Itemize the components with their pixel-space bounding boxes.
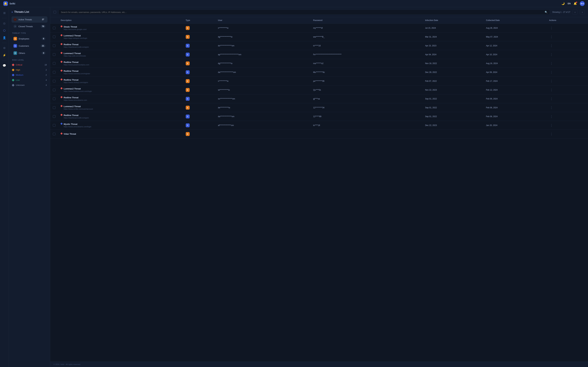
row-actions-button[interactable]: ⋮ <box>549 97 554 101</box>
avatar[interactable]: N A <box>580 1 585 6</box>
row-type-cell: E <box>183 77 216 85</box>
threat-type-badge: C <box>186 44 190 48</box>
risk-medium[interactable]: Medium 2 <box>11 72 47 77</box>
row-collected-date-cell: Feb 17, 2024 <box>483 77 546 85</box>
row-checkbox[interactable] <box>53 53 55 56</box>
sidebar-item-settings[interactable]: ⚙ <box>1 45 8 51</box>
threat-name: Redline Threat <box>64 96 87 99</box>
col-actions: Actions <box>546 17 588 24</box>
row-actions-button[interactable]: ⋮ <box>549 52 554 57</box>
row-checkbox-cell <box>50 130 58 138</box>
next-page-button[interactable]: › <box>580 10 585 15</box>
search-input[interactable] <box>61 11 543 13</box>
row-password-cell: Qu****0s <box>311 85 423 94</box>
risk-low[interactable]: Low 4 <box>11 77 47 83</box>
risk-high[interactable]: High 2 <box>11 67 47 72</box>
row-collected-date-cell: Apr 09, 2024 <box>483 68 546 77</box>
active-threats-filter[interactable]: ! Active Threats 27 <box>11 17 47 23</box>
main-content: 🔍 Showing 1 - 27 of 27 ‹ › Description T… <box>50 7 588 367</box>
row-infection-date-cell: Dec 28, 2022 <box>423 68 483 77</box>
row-actions-button[interactable]: ⋮ <box>549 114 554 119</box>
row-actions-button[interactable]: ⋮ <box>549 79 554 83</box>
row-actions-button[interactable]: ⋮ <box>549 61 554 66</box>
threat-name: Lummac2 Threat <box>64 87 92 90</box>
row-checkbox-cell <box>50 77 58 85</box>
row-description-cell: Vidar Threat <box>58 130 183 138</box>
table-row: Redline Threat https://www.nominia.com/r… <box>50 68 588 77</box>
filter-customers[interactable]: C Customers 21 <box>11 43 47 49</box>
threat-url: https://www.bankaccount.com/login <box>64 90 92 92</box>
employees-label: Employees <box>19 38 40 40</box>
row-checkbox[interactable] <box>53 124 55 127</box>
table-row: Redline Threat https://dashboard.selki.i… <box>50 112 588 121</box>
row-checkbox[interactable] <box>53 133 55 135</box>
row-actions-button[interactable]: ⋮ <box>549 88 554 92</box>
row-actions-button[interactable]: ⋮ <box>549 132 554 136</box>
row-actions-button[interactable]: ⋮ <box>549 26 554 30</box>
topnav-right: 🌙 EN 🔔 N A <box>562 1 585 6</box>
sidebar-item-monitor[interactable]: ◎ <box>1 20 8 26</box>
threat-password: ww********B_ <box>313 36 325 38</box>
theme-toggle-icon[interactable]: 🌙 <box>562 2 565 5</box>
row-description-cell: Lummac2 Threat https://app.hubspot.com/l… <box>58 33 183 41</box>
row-checkbox[interactable] <box>53 71 55 74</box>
threat-severity-icon <box>60 34 63 36</box>
row-actions-cell: ⋮ <box>546 33 588 41</box>
row-checkbox[interactable] <box>53 35 55 38</box>
sidebar-item-chat[interactable]: 💬 <box>1 62 8 69</box>
threat-type-badge: C <box>186 53 190 57</box>
risk-unknown[interactable]: Unknown 4 <box>11 83 47 88</box>
table-row: Redline Threat https://www.paramountplus… <box>50 59 588 68</box>
row-actions-button[interactable]: ⋮ <box>549 105 554 110</box>
notification-button[interactable]: 🔔 <box>574 2 577 5</box>
row-checkbox-cell <box>50 68 58 77</box>
row-user-cell: rr**********io <box>216 24 311 33</box>
row-actions-button[interactable]: ⋮ <box>549 34 554 39</box>
active-threats-label: Active Threats <box>18 18 39 21</box>
threat-collected-date: May 07, 2024 <box>486 36 498 38</box>
row-actions-button[interactable]: ⋮ <box>549 70 554 75</box>
row-description-cell: Redline Threat https://www.nominia.com/r… <box>58 68 183 77</box>
filter-others[interactable]: O Others 0 <box>11 50 47 56</box>
row-checkbox[interactable] <box>53 98 55 100</box>
row-checkbox[interactable] <box>53 115 55 118</box>
row-checkbox[interactable] <box>53 80 55 83</box>
row-checkbox[interactable] <box>53 89 55 91</box>
threat-name: Stealc Threat <box>64 25 87 28</box>
row-infection-date-cell: Apr 04, 2024 <box>423 50 483 59</box>
row-actions-button[interactable]: ⋮ <box>549 123 554 128</box>
sidebar-item-dashboard[interactable]: ⊞ <box>1 10 8 16</box>
row-checkbox[interactable] <box>53 62 55 65</box>
table-row: Vidar Threat E ⋮ <box>50 130 588 138</box>
threat-user: de***********io <box>218 107 230 109</box>
sidebar-item-shield[interactable]: ⬡ <box>1 27 8 33</box>
select-all-checkbox[interactable] <box>53 11 56 13</box>
employees-badge: E <box>13 37 17 41</box>
row-type-cell: E <box>183 85 216 94</box>
threat-url: https://www.clickup.com/signin <box>64 81 88 83</box>
row-actions-button[interactable]: ⋮ <box>549 43 554 48</box>
low-dot <box>12 79 15 81</box>
threat-severity-icon <box>60 69 63 72</box>
row-checkbox[interactable] <box>53 27 55 29</box>
table-header-row: Description Type User Password Infection… <box>50 17 588 24</box>
row-type-cell: E <box>183 59 216 68</box>
row-checkbox-cell <box>50 33 58 41</box>
sidebar-item-bolt[interactable]: ⚡ <box>1 52 8 58</box>
threat-severity-icon <box>60 25 63 27</box>
threat-collected-date: Aug 16, 2024 <box>486 62 498 65</box>
threat-infection-date: Sep 01, 2022 <box>425 107 437 109</box>
prev-page-button[interactable]: ‹ <box>573 10 578 15</box>
language-selector[interactable]: EN <box>568 2 571 5</box>
sidebar-item-users[interactable]: 👤 <box>1 34 8 41</box>
filter-employees[interactable]: E Employees 6 <box>11 35 47 42</box>
row-password-cell: gj****xa <box>311 94 423 103</box>
closed-threats-filter[interactable]: ✕ Closed Threats 70 <box>11 23 47 30</box>
row-checkbox[interactable] <box>53 44 55 47</box>
row-checkbox[interactable] <box>53 106 55 109</box>
row-user-cell: af***************om <box>216 121 311 130</box>
risk-critical[interactable]: Critical 19 <box>11 62 47 67</box>
closed-threats-label: Closed Threats <box>18 25 39 28</box>
row-checkbox-cell <box>50 24 58 33</box>
app-name: Selki <box>9 2 15 5</box>
